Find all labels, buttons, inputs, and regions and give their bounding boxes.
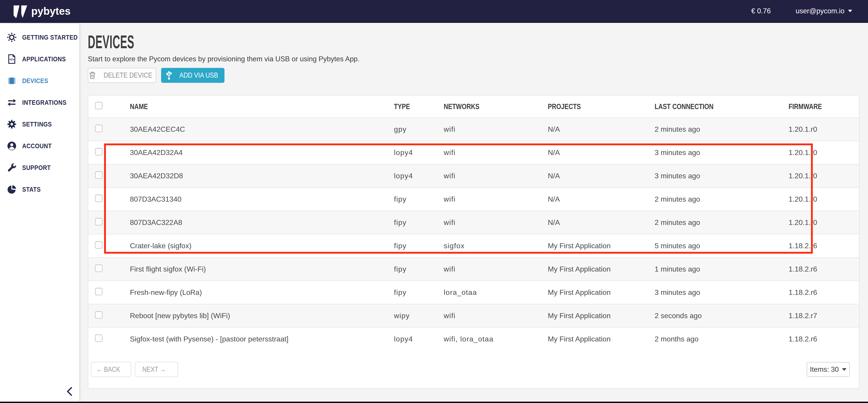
sidebar-item-label: ACCOUNT (22, 142, 52, 150)
table-row[interactable]: Reboot [new pybytes lib] (WiFi) wipy wif… (88, 304, 859, 327)
sidebar-item-support[interactable]: SUPPORT (0, 157, 79, 179)
items-per-page-dropdown[interactable]: Items: 30 (807, 362, 850, 377)
device-name: 30AEA42D32D8 (122, 172, 386, 180)
device-networks: wifi (436, 218, 540, 227)
sun-icon (5, 32, 18, 42)
user-icon (5, 141, 18, 151)
device-firmware: 1.18.2.r6 (781, 288, 859, 297)
device-last-connection: 1 minutes ago (647, 265, 781, 273)
row-checkbox[interactable] (95, 125, 102, 132)
select-all-checkbox[interactable] (95, 102, 102, 109)
device-firmware: 1.20.1.r0 (781, 195, 859, 204)
row-checkbox[interactable] (95, 335, 102, 342)
sidebar-item-label: DEVICES (22, 77, 48, 85)
device-networks: wifi (436, 195, 540, 204)
sidebar-item-label: SUPPORT (22, 164, 51, 172)
table-row[interactable]: Sigfox-test (with Pysense) - [pastoor pe… (88, 327, 859, 350)
table-row[interactable]: 30AEA42CEC4C gpy wifi N/A 2 minutes ago … (88, 118, 859, 141)
top-navigation-bar: pybytes € 0.76 user@pycom.io (0, 0, 868, 23)
table-row[interactable]: Fresh-new-fipy (LoRa) fipy lora_otaa My … (88, 281, 859, 304)
sidebar-item-getting-started[interactable]: GETTING STARTED (0, 27, 79, 48)
arrows-exchange-icon (5, 97, 18, 108)
items-per-page-label: Items: 30 (810, 366, 839, 374)
sidebar-item-label: GETTING STARTED (22, 33, 78, 41)
logo-text: pybytes (31, 5, 71, 17)
sidebar-item-applications[interactable]: </> APPLICATIONS (0, 48, 79, 70)
table-row[interactable]: 30AEA42D32D8 lopy4 wifi N/A 3 minutes ag… (88, 164, 859, 187)
back-button[interactable]: ← BACK (91, 362, 131, 377)
device-name: Crater-lake (sigfox) (122, 242, 386, 250)
device-firmware: 1.20.1.r0 (781, 218, 859, 227)
code-document-icon: </> (5, 54, 18, 64)
chevron-down-icon (842, 368, 846, 371)
row-checkbox[interactable] (95, 148, 102, 155)
device-projects: N/A (540, 125, 647, 133)
svg-text:</>: </> (9, 58, 14, 61)
row-checkbox[interactable] (95, 265, 102, 272)
user-menu[interactable]: user@pycom.io (796, 7, 852, 15)
device-projects: N/A (540, 172, 647, 180)
delete-device-label: DELETE DEVICE (103, 71, 152, 80)
column-header-networks[interactable]: NETWORKS (436, 102, 540, 111)
device-last-connection: 2 seconds ago (647, 312, 781, 320)
device-projects: My First Application (540, 288, 647, 297)
device-last-connection: 2 minutes ago (647, 125, 781, 133)
device-firmware: 1.20.1.r0 (781, 172, 859, 180)
device-last-connection: 3 minutes ago (647, 288, 781, 297)
device-networks: wifi, lora_otaa (436, 335, 540, 343)
row-checkbox[interactable] (95, 195, 102, 202)
device-projects: My First Application (540, 312, 647, 320)
device-projects: My First Application (540, 265, 647, 273)
pie-chart-icon (5, 184, 18, 195)
device-type: fipy (386, 195, 436, 204)
device-type: lopy4 (386, 335, 436, 343)
device-firmware: 1.18.2.r6 (781, 242, 859, 250)
device-name: Reboot [new pybytes lib] (WiFi) (122, 312, 386, 320)
table-row[interactable]: 807D3AC31340 fipy wifi N/A 2 minutes ago… (88, 187, 859, 211)
column-header-name[interactable]: NAME (122, 102, 386, 111)
table-row[interactable]: First flight sigfox (Wi-Fi) fipy wifi My… (88, 257, 859, 281)
pybytes-logo[interactable]: pybytes (13, 4, 71, 19)
sidebar-item-devices[interactable]: DEVICES (0, 70, 79, 92)
row-checkbox[interactable] (95, 241, 102, 249)
device-type: lopy4 (386, 172, 436, 180)
sidebar-item-label: STATS (22, 186, 41, 193)
next-button[interactable]: NEXT → (135, 362, 178, 377)
row-checkbox[interactable] (95, 288, 102, 295)
sidebar-item-integrations[interactable]: INTEGRATIONS (0, 92, 79, 113)
sidebar-item-account[interactable]: ACCOUNT (0, 135, 79, 157)
column-header-firmware[interactable]: FIRMWARE (781, 102, 859, 111)
wrench-icon (5, 162, 18, 173)
device-last-connection: 3 minutes ago (647, 172, 781, 180)
delete-device-button[interactable]: DELETE DEVICE (88, 68, 156, 83)
sidebar-item-stats[interactable]: STATS (0, 179, 79, 200)
sidebar-collapse-button[interactable] (61, 382, 79, 401)
device-last-connection: 5 minutes ago (647, 242, 781, 250)
column-header-projects[interactable]: PROJECTS (540, 102, 647, 111)
table-row[interactable]: 30AEA42D32A4 lopy4 wifi N/A 3 minutes ag… (88, 141, 859, 164)
column-header-last-connection[interactable]: LAST CONNECTION (647, 102, 781, 111)
table-row[interactable]: 807D3AC322A8 fipy wifi N/A 2 minutes ago… (88, 211, 859, 234)
sidebar-item-label: INTEGRATIONS (22, 99, 66, 106)
pagination-bar: ← BACK NEXT → Items: 30 (88, 350, 859, 388)
device-projects: My First Application (540, 335, 647, 343)
device-type: fipy (386, 288, 436, 297)
add-via-usb-button[interactable]: ADD VIA USB (161, 68, 224, 83)
device-projects: N/A (540, 149, 647, 157)
device-networks: sigfox (436, 242, 540, 250)
page-title: DEVICES (88, 31, 134, 53)
device-type: fipy (386, 242, 436, 250)
table-row[interactable]: Crater-lake (sigfox) fipy sigfox My Firs… (88, 234, 859, 257)
page-subtitle: Start to explore the Pycom devices by pr… (88, 55, 360, 63)
device-networks: wifi (436, 312, 540, 320)
row-checkbox[interactable] (95, 171, 102, 179)
device-name: 807D3AC322A8 (122, 218, 386, 227)
pybytes-logo-icon (13, 4, 28, 19)
device-name: Sigfox-test (with Pysense) - [pastoor pe… (122, 335, 386, 343)
device-projects: N/A (540, 218, 647, 227)
row-checkbox[interactable] (95, 218, 102, 225)
column-header-type[interactable]: TYPE (386, 102, 436, 111)
device-type: fipy (386, 218, 436, 227)
row-checkbox[interactable] (95, 311, 102, 319)
sidebar-item-settings[interactable]: SETTINGS (0, 113, 79, 135)
